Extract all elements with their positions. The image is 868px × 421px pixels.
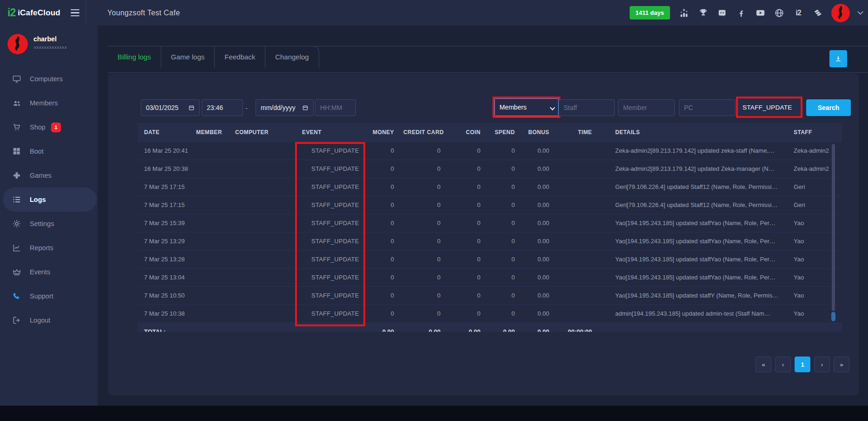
- total-coin: 0.00: [446, 323, 486, 332]
- sidebar-item-shop[interactable]: Shop1: [0, 115, 98, 139]
- event-filter-input[interactable]: [738, 98, 801, 116]
- column-header-time: TIME: [555, 123, 598, 142]
- cell-computer: [231, 142, 291, 160]
- tabbar-bottom-divider: [108, 72, 868, 73]
- cell-event: STAFF_UPDATE: [291, 160, 369, 178]
- cell-date: 16 Mar 25 20:41: [138, 142, 192, 160]
- cell-money: 0: [369, 250, 400, 268]
- cell-event: STAFF_UPDATE: [291, 142, 369, 160]
- sidebar-item-label: Games: [30, 172, 52, 179]
- cell-credit_card: 0: [400, 268, 446, 286]
- cell-money: 0: [369, 178, 400, 196]
- cell-details: Yao[194.195.243.185] updated staffYao (N…: [598, 250, 790, 268]
- cell-date: 7 Mar 25 17:15: [138, 196, 192, 214]
- column-header-credit_card: CREDIT CARD: [400, 123, 446, 142]
- sidebar-item-members[interactable]: Members: [0, 91, 98, 115]
- start-date-input[interactable]: 03/01/2025: [141, 99, 200, 116]
- column-header-spend: SPEND: [486, 123, 520, 142]
- cell-spend: 0: [486, 142, 520, 160]
- cell-member: [192, 286, 231, 304]
- cell-spend: 0: [486, 196, 520, 214]
- crown-icon: [12, 267, 21, 277]
- last-page-button[interactable]: »: [834, 356, 849, 372]
- column-header-member: MEMBER: [192, 123, 231, 142]
- trophy-icon[interactable]: [697, 7, 709, 19]
- sidebar-item-reports[interactable]: Reports: [0, 236, 98, 260]
- cell-event: STAFF_UPDATE: [291, 178, 369, 196]
- facebook-icon[interactable]: [736, 7, 747, 19]
- cell-bonus: 0.00: [520, 250, 555, 268]
- discord-icon[interactable]: [717, 7, 728, 19]
- staff-filter-input[interactable]: Staff: [559, 99, 615, 116]
- table-scrollbar-track[interactable]: [832, 144, 835, 311]
- logs-table-wrap: DATEMEMBERCOMPUTEREVENTMONEYCREDIT CARDC…: [138, 123, 842, 332]
- column-header-event: EVENT: [291, 123, 369, 142]
- cell-time: [555, 232, 598, 250]
- total-label: TOTAL:: [138, 323, 369, 332]
- end-date-input[interactable]: mm/dd/yyyy: [256, 99, 314, 116]
- sidebar-item-support[interactable]: Support: [0, 284, 98, 308]
- sidebar-item-computers[interactable]: Computers: [0, 67, 98, 91]
- download-button[interactable]: [829, 50, 847, 67]
- cell-computer: [231, 304, 291, 323]
- log-type-select[interactable]: Members: [494, 98, 559, 116]
- cell-member: [192, 232, 231, 250]
- tab-feedback[interactable]: Feedback: [214, 46, 265, 68]
- chevron-down-icon[interactable]: [857, 9, 863, 15]
- cell-coin: 0: [446, 286, 486, 304]
- cell-member: [192, 250, 231, 268]
- pc-filter-input[interactable]: PC: [679, 99, 736, 116]
- sidebar-item-events[interactable]: Events: [0, 260, 98, 284]
- bottom-strip: [0, 406, 868, 421]
- sidebar-item-games[interactable]: Games: [0, 163, 98, 188]
- sidebar-item-boot[interactable]: Boot: [0, 139, 98, 163]
- ranking-icon[interactable]: [678, 7, 690, 19]
- cell-coin: 0: [446, 232, 486, 250]
- subscription-days-badge[interactable]: 1411 days: [630, 6, 670, 19]
- icafecloud-logo-icon: i2: [7, 6, 15, 19]
- youtube-icon[interactable]: [755, 7, 766, 19]
- menu-toggle-icon[interactable]: [71, 9, 79, 17]
- cell-coin: 0: [446, 160, 486, 178]
- total-spend: 0.00: [486, 323, 520, 332]
- sidebar-item-settings[interactable]: Settings: [0, 212, 98, 236]
- cell-bonus: 0.00: [520, 178, 555, 196]
- cell-details: Geri[79.106.226.4] updated Staff12 (Name…: [598, 178, 790, 196]
- tab-changelog[interactable]: Changelog: [265, 46, 319, 68]
- tab-game-logs[interactable]: Game logs: [161, 46, 215, 68]
- cell-spend: 0: [486, 286, 520, 304]
- list-icon: [12, 195, 21, 204]
- table-row: 7 Mar 25 13:28STAFF_UPDATE00000.00Yao[19…: [138, 250, 842, 268]
- sidebar-item-logout[interactable]: Logout: [0, 308, 98, 332]
- cell-bonus: 0.00: [520, 304, 555, 323]
- table-row: 16 Mar 25 20:38STAFF_UPDATE00000.00Zeka-…: [138, 160, 842, 178]
- start-time-input[interactable]: 23:46: [202, 99, 243, 116]
- sidebar-item-label: Logout: [30, 317, 50, 324]
- shop-badge: 1: [51, 123, 61, 132]
- column-header-coin: COIN: [446, 123, 486, 142]
- icafecloud-icon[interactable]: i2: [793, 7, 804, 19]
- user-avatar[interactable]: [831, 4, 850, 22]
- cell-money: 0: [369, 304, 400, 323]
- table-scrollbar-thumb[interactable]: [831, 312, 835, 321]
- page-button-1[interactable]: 1: [795, 356, 810, 372]
- prev-page-button[interactable]: ‹: [775, 356, 791, 372]
- cell-money: 0: [369, 160, 400, 178]
- first-page-button[interactable]: «: [756, 356, 771, 372]
- tab-billing-logs[interactable]: Billing logs: [108, 46, 161, 68]
- member-filter-input[interactable]: Member: [618, 99, 675, 116]
- user-masked-id: xxxxxxxxxxxxx: [34, 45, 67, 50]
- search-button[interactable]: Search: [806, 99, 851, 116]
- sidebar-item-label: Logs: [30, 196, 46, 203]
- cell-coin: 0: [446, 304, 486, 323]
- end-time-input[interactable]: HH:MM: [315, 99, 356, 116]
- globe-icon[interactable]: [774, 7, 785, 19]
- sidebar-item-label: Events: [30, 268, 50, 276]
- cell-money: 0: [369, 142, 400, 160]
- cell-computer: [231, 250, 291, 268]
- cell-member: [192, 196, 231, 214]
- layers-icon[interactable]: [812, 7, 823, 19]
- sidebar-item-logs[interactable]: Logs: [3, 188, 97, 212]
- next-page-button[interactable]: ›: [814, 356, 830, 372]
- cell-date: 7 Mar 25 13:04: [138, 268, 192, 286]
